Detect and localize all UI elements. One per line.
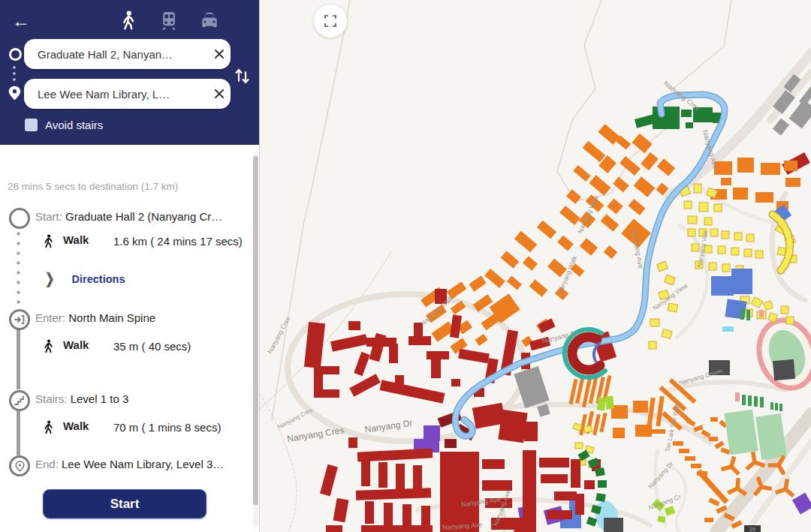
building-red [320,366,339,374]
campus-map[interactable]: Nanyang CresNanyang AveNanyang AveNanyan… [259,0,811,532]
route-details-panel: 26 mins 5 secs to destination (1.7 km) S… [0,145,259,532]
building-orange [573,165,590,182]
walk-label: Walk [63,419,102,438]
destination-pin-icon [8,86,21,104]
building-yellow [650,319,659,326]
building-orange [691,464,701,468]
origin-input[interactable]: Graduate Hall 2, Nanyan… [38,48,208,61]
building-yellow [583,425,592,433]
building-yellow [704,218,712,225]
building-red [354,352,370,376]
step-label: End: [35,458,59,470]
back-button[interactable]: ← [9,9,33,33]
building-orange [523,256,538,270]
building-yellow [781,306,788,314]
swap-locations-icon[interactable] [233,65,252,86]
step-label: Enter: [35,311,65,324]
building-orange [721,178,731,185]
building-orange [657,158,675,176]
building-red [333,498,349,522]
origin-clear-icon[interactable] [208,43,231,65]
building-red [389,344,398,363]
start-navigation-button[interactable]: Start [43,489,207,518]
building-orange [632,134,652,153]
building-red [450,314,462,338]
sidebar-scrollbar[interactable] [253,152,258,527]
step-title: End: Lee Wee Nam Library, Level 3… [35,458,255,470]
building-red [584,480,595,489]
road-label: Nanyang Cr [647,493,682,512]
building-orange [613,177,629,193]
building-red [440,452,479,532]
road-label: Nanyang Dr [364,418,413,435]
building-yellow [764,301,773,311]
destination-field[interactable]: Lee Wee Nam Library, L… [24,79,231,109]
building-red [326,525,342,532]
building-red [539,458,569,467]
step-value: North Main Spine [68,311,155,324]
building-red [384,503,393,525]
building-orange [475,334,487,346]
fullscreen-button[interactable] [314,5,347,38]
building-chartreuse [605,396,614,410]
building-orange [604,245,617,259]
road-label: Nanyang Cres [276,407,313,431]
building-tri [720,454,744,476]
directions-link[interactable]: Directions [72,273,125,285]
destination-input[interactable]: Lee Wee Nam Library, L… [38,88,208,101]
building-fieldgreen [770,402,773,410]
building-blue [731,269,752,294]
building-orange [592,414,601,435]
avoid-stairs-checkbox[interactable] [25,119,38,131]
building-orange [599,413,607,432]
directions-row[interactable]: ❯Directions [45,272,125,286]
sidebar-scrollbar-thumb[interactable] [253,156,258,505]
car-mode-icon[interactable] [200,11,219,30]
building-tri-arm [727,486,740,495]
building-fieldgreen [760,397,764,407]
building-lightgreen [755,413,787,460]
building-orange [641,152,659,170]
transit-mode-icon[interactable] [159,11,179,30]
walk-mode-icon[interactable] [119,11,138,30]
building-red [396,464,405,489]
building-red [524,422,538,441]
transport-mode-tabs [119,11,219,30]
building-red [378,462,387,488]
building-red [571,459,580,488]
walk-label: Walk [63,338,102,357]
building-orange [529,279,548,296]
building-orange [633,401,648,413]
building-yellow [668,303,678,312]
building-orange [784,161,797,171]
walk-detail: 70 m ( 1 mins 8 secs) [113,419,245,438]
building-orange [514,231,537,253]
building-fieldgreen [775,403,778,410]
building-yellow [734,233,742,240]
walk-segment: Walk70 m ( 1 mins 8 secs) [43,419,245,438]
building-orange [693,425,703,432]
building-chartreuse [657,515,665,523]
campus-navigation-app: ← [0,0,811,532]
map-road [260,394,297,532]
destination-building [572,337,600,370]
building-yellow [786,317,794,324]
step-value: Level 1 to 3 [71,392,129,405]
step-label: Start: [35,210,62,223]
building-fieldgreen [740,309,744,320]
building-fieldgreen [779,404,782,411]
walk-detail: 1.6 km ( 24 mins 17 secs) [113,233,245,252]
building-orange [469,275,486,291]
step-connector [17,329,20,389]
step-title: Enter: North Main Spine [35,311,255,324]
building-yellow [722,231,729,239]
building-orange [704,518,713,522]
building-yellow [575,443,583,449]
origin-field[interactable]: Graduate Hall 2, Nanyan… [24,39,231,69]
destination-clear-icon[interactable] [208,83,231,105]
walk-detail: 35 m ( 40 secs) [113,338,245,357]
building-fieldgreen [754,396,758,407]
building-orange [507,275,522,290]
building-red [395,375,404,384]
building-orange [679,449,689,453]
